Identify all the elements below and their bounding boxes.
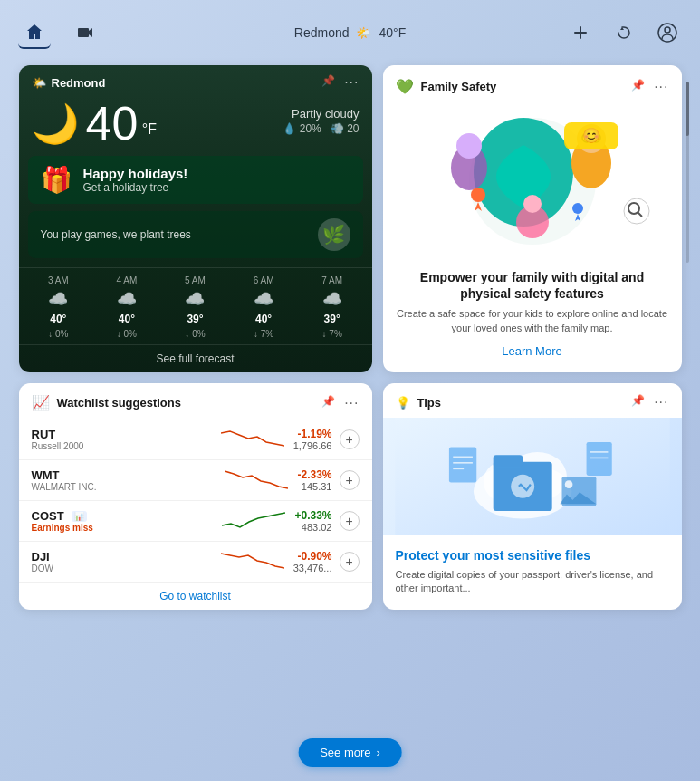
forecast-time-5am: 5 AM: [185, 275, 206, 285]
add-widget-button[interactable]: [566, 18, 595, 47]
stock-row-cost: COST 📊 Earnings miss +0.33% 483.02 +: [19, 500, 372, 541]
svg-text:😊: 😊: [582, 127, 600, 144]
tips-heading: Protect your most sensitive files: [396, 548, 669, 563]
weather-precip: 20%: [300, 122, 321, 135]
svg-marker-1: [89, 28, 92, 37]
family-safety-icon: 💚: [396, 78, 414, 95]
stock-add-cost[interactable]: +: [340, 511, 360, 531]
stock-values-wmt: -2.33% 145.31: [297, 468, 331, 492]
stock-change-dji: -0.90%: [293, 550, 332, 563]
scrollbar[interactable]: [686, 82, 689, 263]
stock-add-wmt[interactable]: +: [340, 470, 360, 490]
forecast-icon-5am: ☁️: [185, 289, 205, 309]
tips-icon: 💡: [396, 396, 410, 410]
stock-values-dji: -0.90% 33,476...: [293, 550, 332, 574]
tips-illustration: [383, 418, 682, 535]
stock-price-wmt: 145.31: [297, 481, 331, 492]
forecast-temp-4am: 40°: [119, 313, 135, 325]
forecast-row: 3 AM ☁️ 40° ↓ 0% 4 AM ☁️ 40° ↓ 0% 5 AM ☁…: [19, 267, 372, 344]
see-more-button[interactable]: See more ›: [298, 738, 402, 767]
weather-card: 🌤️ Redmond 📌 ··· 🌙 40 °F Partly cloudy 💧: [19, 65, 372, 372]
video-button[interactable]: [69, 16, 101, 49]
stock-row-dji: DJI DOW -0.90% 33,476... +: [19, 541, 372, 582]
topbar-location: Redmond: [294, 25, 350, 40]
weather-main: 🌙 40 °F Partly cloudy 💧 20% 💨 20: [19, 96, 372, 154]
family-pin-icon[interactable]: 📌: [631, 79, 645, 95]
topbar-left: [18, 16, 101, 49]
profile-button[interactable]: [653, 18, 682, 47]
stock-values-rut: -1.19% 1,796.66: [293, 428, 332, 451]
forecast-temp-6am: 40°: [255, 313, 272, 325]
svg-rect-29: [448, 448, 475, 483]
forecast-3am: 3 AM ☁️ 40° ↓ 0%: [24, 275, 93, 339]
stock-info-dji: DJI DOW: [32, 550, 212, 574]
tips-card: 💡 Tips 📌 ···: [383, 383, 682, 610]
holiday-subtitle: Get a holiday tree: [83, 181, 188, 194]
pin-icon[interactable]: 📌: [321, 74, 335, 91]
tips-content: Protect your most sensitive files Create…: [383, 535, 682, 609]
stock-symbol-rut: RUT: [32, 428, 212, 441]
weather-temp-block: 🌙 40 °F: [32, 100, 157, 147]
forecast-time-7am: 7 AM: [321, 275, 342, 285]
cost-chart-tag: 📊: [72, 511, 87, 522]
stock-info-wmt: WMT WALMART INC.: [32, 468, 216, 492]
trees-banner[interactable]: You play games, we plant trees 🌿: [28, 211, 363, 258]
family-safety-body: Create a safe space for your kids to exp…: [396, 307, 669, 335]
tips-more-icon[interactable]: ···: [654, 394, 668, 410]
svg-point-19: [624, 198, 649, 224]
svg-point-17: [471, 188, 485, 202]
forecast-icon-4am: ☁️: [117, 289, 137, 309]
family-more-icon[interactable]: ···: [654, 79, 668, 95]
forecast-time-3am: 3 AM: [48, 275, 69, 285]
watchlist-more-icon[interactable]: ···: [344, 395, 359, 411]
tips-pin-icon[interactable]: 📌: [631, 394, 645, 410]
svg-point-14: [523, 195, 542, 213]
topbar: Redmond 🌤️ 40°F: [0, 0, 700, 65]
go-to-watchlist-link[interactable]: Go to watchlist: [19, 582, 372, 610]
family-illustration: 😊: [396, 104, 669, 258]
refresh-button[interactable]: [609, 18, 638, 47]
weather-location-text: Redmond: [52, 76, 106, 90]
content-grid: 🌤️ Redmond 📌 ··· 🌙 40 °F Partly cloudy 💧: [0, 65, 700, 610]
see-more-arrow-icon: ›: [377, 746, 380, 759]
family-safety-title-text: Family Safety: [421, 80, 497, 93]
forecast-precip-4am: ↓ 0%: [117, 329, 137, 339]
topbar-temp: 40°F: [379, 25, 406, 40]
watchlist-header: 📈 Watchlist suggestions 📌 ···: [19, 383, 372, 419]
forecast-temp-5am: 39°: [187, 313, 203, 325]
svg-rect-33: [586, 442, 611, 476]
stock-row-wmt: WMT WALMART INC. -2.33% 145.31 +: [19, 459, 372, 500]
weather-temp-display: 40 °F: [86, 100, 157, 147]
more-icon[interactable]: ···: [344, 74, 359, 91]
stock-price-dji: 33,476...: [293, 563, 332, 574]
watchlist-pin-icon[interactable]: 📌: [321, 395, 335, 411]
forecast-precip-5am: ↓ 0%: [185, 329, 205, 339]
weather-temperature: 40: [86, 97, 139, 149]
svg-point-37: [564, 480, 572, 488]
trees-icon: 🌿: [318, 218, 350, 251]
stock-row-rut: RUT Russell 2000 -1.19% 1,796.66 +: [19, 419, 372, 459]
tips-title: 💡 Tips: [396, 396, 442, 410]
weather-location-icon: 🌤️: [32, 76, 46, 90]
weather-desc-text: Partly cloudy: [283, 107, 359, 121]
learn-more-link[interactable]: Learn More: [396, 344, 669, 358]
forecast-temp-3am: 40°: [50, 313, 66, 325]
scrollbar-thumb[interactable]: [686, 82, 689, 136]
stock-chart-cost: [222, 507, 285, 535]
weather-precip-wind: 💧 20% 💨 20: [283, 122, 359, 135]
holiday-banner[interactable]: 🎁 Happy holidays! Get a holiday tree: [28, 156, 363, 204]
holiday-text: Happy holidays! Get a holiday tree: [83, 166, 188, 194]
see-full-forecast-link[interactable]: See full forecast: [19, 344, 372, 372]
stock-name-dji: DOW: [32, 564, 212, 574]
stock-add-rut[interactable]: +: [340, 429, 360, 449]
home-button[interactable]: [18, 16, 51, 49]
stock-info-cost: COST 📊 Earnings miss: [32, 509, 214, 533]
weather-wind: 20: [347, 122, 359, 135]
watchlist-icon: 📈: [32, 394, 50, 411]
precip-icon: 💧: [283, 122, 296, 135]
forecast-temp-7am: 39°: [324, 313, 340, 325]
forecast-time-4am: 4 AM: [116, 275, 137, 285]
svg-rect-0: [78, 28, 89, 37]
forecast-5am: 5 AM ☁️ 39° ↓ 0%: [161, 275, 230, 339]
stock-add-dji[interactable]: +: [340, 552, 360, 572]
